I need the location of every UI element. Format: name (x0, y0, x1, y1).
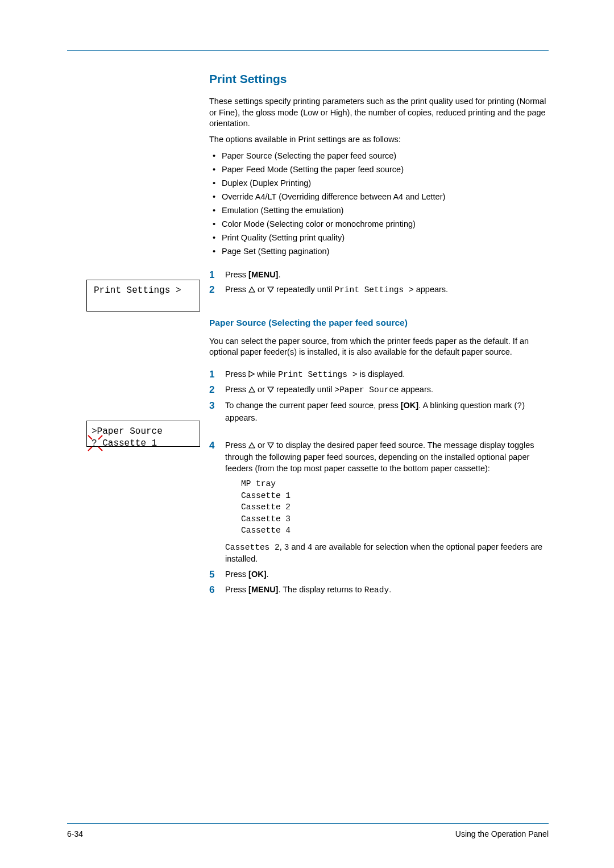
menu-key: [MENU] (248, 270, 278, 279)
step-item: Press [OK]. (209, 568, 549, 580)
main-content: Print Settings These settings specify pr… (209, 72, 549, 596)
step-text: or (255, 441, 267, 450)
page-footer: 6-34 Using the Operation Panel (67, 829, 549, 838)
lcd-line-2: ? Cassette 1 (92, 438, 194, 450)
up-triangle-icon (248, 286, 255, 293)
step-text: To change the current paper feed source,… (225, 401, 401, 410)
lcd-display-paper-source: >Paper Source ? Cassette 1 (86, 421, 200, 447)
display-text: Print Settings > (278, 370, 357, 379)
option-item: Emulation (Setting the emulation) (209, 204, 549, 218)
option-item: Paper Feed Mode (Setting the paper feed … (209, 163, 549, 177)
option-item: Paper Source (Selecting the paper feed s… (209, 149, 549, 163)
step-item: Press or to display the desired paper fe… (209, 439, 549, 565)
lcd-line-1: >Paper Source (92, 426, 194, 438)
right-triangle-icon (248, 371, 255, 377)
step-text: is displayed. (357, 369, 405, 379)
step-item: Press or repeatedly until Print Settings… (209, 284, 549, 296)
step-text: . (267, 570, 269, 579)
svg-marker-8 (268, 387, 273, 392)
step-text: . (389, 585, 391, 594)
page-number: 6-34 (67, 829, 83, 838)
step-text: appears. (414, 285, 448, 294)
svg-line-0 (88, 435, 92, 439)
blink-spark-icon (98, 435, 103, 440)
step-text: Press (225, 385, 248, 394)
step-text: Press (225, 570, 248, 579)
down-triangle-icon (267, 442, 274, 448)
step-text: . (278, 270, 280, 279)
step-item: Press [MENU]. The display returns to Rea… (209, 584, 549, 596)
step-text: repeatedly until (274, 385, 334, 394)
blink-spark-icon (98, 447, 103, 451)
option-item: Duplex (Duplex Printing) (209, 177, 549, 190)
lcd-text: Print Settings > (94, 285, 181, 296)
step-text: while (255, 369, 278, 379)
step-item: To change the current paper feed source,… (209, 400, 549, 423)
subsection-intro: You can select the paper source, from wh… (209, 336, 549, 358)
blink-spark-icon (88, 447, 93, 451)
svg-line-3 (98, 447, 102, 451)
display-text: Print Settings > (334, 285, 413, 294)
step-text: Press (225, 270, 248, 279)
step-item: Press while Print Settings > is displaye… (209, 368, 549, 381)
steps-b: Press while Print Settings > is displaye… (209, 368, 549, 596)
down-triangle-icon (267, 387, 274, 393)
ok-key: [OK] (401, 401, 418, 410)
step-text: . A blinking question mark ( (418, 401, 517, 410)
blink-spark-icon (88, 435, 93, 440)
cassette-note: Cassettes 2, 3 and 4 are available for s… (225, 541, 549, 565)
display-text: ? (517, 401, 522, 410)
top-divider (67, 50, 549, 51)
intro-paragraph-1: These settings specify printing paramete… (209, 96, 549, 130)
svg-line-1 (98, 435, 102, 439)
step-text: appears. (399, 385, 433, 394)
option-item: Page Set (Setting pagination) (209, 245, 549, 259)
step-text: Press (225, 285, 248, 294)
svg-marker-10 (268, 443, 273, 448)
note-text: , (280, 542, 284, 551)
subsection-heading: Paper Source (Selecting the paper feed s… (209, 318, 549, 328)
down-triangle-icon (267, 286, 274, 293)
footer-title: Using the Operation Panel (455, 829, 549, 838)
svg-marker-7 (249, 387, 255, 392)
step-text: repeatedly until (274, 285, 334, 294)
svg-marker-9 (249, 443, 255, 448)
step-text: Press (225, 585, 248, 594)
section-heading: Print Settings (209, 72, 549, 86)
svg-line-2 (88, 447, 92, 451)
option-item: Override A4/LT (Overriding difference be… (209, 190, 549, 204)
step-text: . The display returns to (278, 585, 364, 594)
option-item: Color Mode (Selecting color or monochrom… (209, 218, 549, 231)
note-mono: Cassettes 2 (225, 543, 280, 552)
step-text: Press (225, 441, 248, 450)
bottom-divider (67, 823, 549, 824)
display-text: >Paper Source (334, 385, 399, 394)
step-item: Press [MENU]. (209, 269, 549, 281)
step-text: Press (225, 369, 248, 379)
steps-a: Press [MENU]. Press or repeatedly until … (209, 269, 549, 296)
options-list: Paper Source (Selecting the paper feed s… (209, 149, 549, 258)
up-triangle-icon (248, 442, 255, 448)
up-triangle-icon (248, 387, 255, 393)
lcd-display-print-settings: Print Settings > (86, 280, 200, 312)
svg-marker-4 (249, 287, 255, 292)
menu-key: [MENU] (248, 585, 278, 594)
feed-sources-block: MP tray Cassette 1 Cassette 2 Cassette 3… (241, 478, 549, 537)
note-text: and (289, 542, 307, 551)
step-item: Press or repeatedly until >Paper Source … (209, 384, 549, 396)
display-text: Ready (364, 585, 389, 595)
step-text: or (255, 285, 267, 294)
svg-marker-5 (268, 287, 273, 292)
step-text: or (255, 385, 267, 394)
option-item: Print Quality (Setting print quality) (209, 231, 549, 245)
ok-key: [OK] (248, 570, 266, 579)
svg-marker-6 (249, 371, 254, 377)
intro-paragraph-2: The options available in Print settings … (209, 134, 549, 146)
